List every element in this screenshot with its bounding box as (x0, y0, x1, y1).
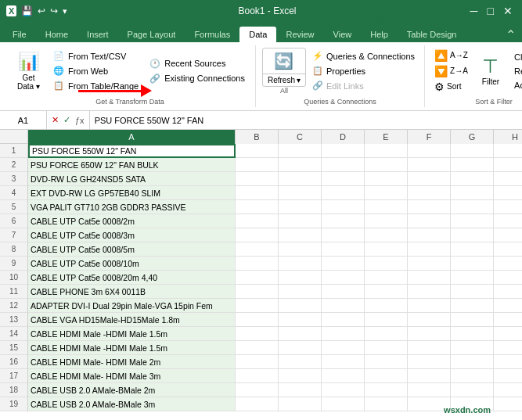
cell-10-G[interactable] (451, 271, 494, 285)
cell-11-D[interactable] (322, 285, 365, 299)
cell-16-B[interactable] (236, 355, 279, 369)
cell-4-D[interactable] (322, 186, 365, 200)
cell-5-B[interactable] (236, 200, 279, 214)
cell-19-C[interactable] (279, 397, 322, 411)
save-icon[interactable]: 💾 (21, 5, 33, 16)
cell-19-D[interactable] (322, 397, 365, 411)
cell-reference[interactable]: A1 (0, 111, 47, 129)
cell-18-G[interactable] (451, 383, 494, 397)
cell-5-A[interactable]: VGA PALIT GT710 2GB GDDR3 PASSIVE (28, 200, 236, 214)
cell-5-G[interactable] (451, 200, 494, 214)
cell-18-E[interactable] (365, 383, 408, 397)
cell-11-F[interactable] (408, 285, 451, 299)
col-header-H[interactable]: H (494, 130, 522, 144)
cell-17-H[interactable] (494, 369, 522, 383)
refresh-button-container[interactable]: 🔄 Refresh ▾ (262, 48, 306, 87)
cell-3-D[interactable] (322, 172, 365, 186)
sort-az-button[interactable]: 🔼 A→Z (431, 48, 471, 63)
cell-17-F[interactable] (408, 369, 451, 383)
cell-15-G[interactable] (451, 341, 494, 355)
cell-13-C[interactable] (279, 313, 322, 327)
cell-8-B[interactable] (236, 242, 279, 257)
cell-4-F[interactable] (408, 186, 451, 200)
cell-8-H[interactable] (494, 242, 522, 257)
cell-15-H[interactable] (494, 341, 522, 355)
cell-16-E[interactable] (365, 355, 408, 369)
cell-16-G[interactable] (451, 355, 494, 369)
cell-16-F[interactable] (408, 355, 451, 369)
cell-16-A[interactable]: CABLE HDMI Male- HDMI Male 2m (28, 355, 236, 369)
cell-13-D[interactable] (322, 313, 365, 327)
cell-1-G[interactable] (451, 144, 494, 158)
cell-14-B[interactable] (236, 327, 279, 341)
cell-10-D[interactable] (322, 271, 365, 285)
cell-1-D[interactable] (322, 144, 365, 158)
cell-3-F[interactable] (408, 172, 451, 186)
sort-za-button[interactable]: 🔽 Z→A (431, 64, 471, 78)
cell-12-F[interactable] (408, 299, 451, 313)
cell-9-C[interactable] (279, 257, 322, 271)
cell-7-C[interactable] (279, 228, 322, 242)
cell-19-B[interactable] (236, 397, 279, 411)
cell-17-G[interactable] (451, 369, 494, 383)
cell-11-G[interactable] (451, 285, 494, 299)
cell-17-D[interactable] (322, 369, 365, 383)
cell-12-B[interactable] (236, 299, 279, 313)
cell-9-D[interactable] (322, 257, 365, 271)
edit-links-button[interactable]: 🔗 Edit Links (309, 79, 418, 92)
cell-10-H[interactable] (494, 271, 522, 285)
cell-10-A[interactable]: CABLE UTP Cat5e 0008/20m 4,40 (28, 271, 236, 285)
sort-button[interactable]: ⚙ Sort (431, 80, 471, 94)
cell-2-F[interactable] (408, 158, 451, 172)
tab-help[interactable]: Help (361, 27, 398, 42)
cell-18-F[interactable] (408, 383, 451, 397)
cell-14-D[interactable] (322, 327, 365, 341)
cell-1-A[interactable]: PSU FORCE 550W 12" FAN (28, 144, 236, 158)
cell-12-E[interactable] (365, 299, 408, 313)
restore-icon[interactable]: □ (484, 5, 497, 17)
tab-formulas[interactable]: Formulas (185, 27, 239, 42)
cell-1-B[interactable] (236, 144, 279, 158)
cell-11-B[interactable] (236, 285, 279, 299)
cell-15-E[interactable] (365, 341, 408, 355)
from-text-csv-button[interactable]: 📄 From Text/CSV (49, 49, 130, 63)
cell-7-A[interactable]: CABLE UTP Cat5e 0008/3m (28, 228, 236, 242)
cell-4-H[interactable] (494, 186, 522, 200)
cell-16-H[interactable] (494, 355, 522, 369)
advanced-button[interactable]: Advanced (510, 79, 522, 92)
cell-9-G[interactable] (451, 257, 494, 271)
tab-file[interactable]: File (3, 27, 36, 42)
cell-18-A[interactable]: CABLE USB 2.0 AMale-BMale 2m (28, 383, 236, 397)
cell-13-H[interactable] (494, 313, 522, 327)
ribbon-collapse-icon[interactable]: ⌃ (506, 27, 519, 42)
cell-10-C[interactable] (279, 271, 322, 285)
cell-15-D[interactable] (322, 341, 365, 355)
cell-6-D[interactable] (322, 214, 365, 228)
cell-5-F[interactable] (408, 200, 451, 214)
tab-table-design[interactable]: Table Design (398, 27, 466, 42)
tab-insert[interactable]: Insert (77, 27, 118, 42)
cell-16-C[interactable] (279, 355, 322, 369)
cell-5-C[interactable] (279, 200, 322, 214)
cell-3-H[interactable] (494, 172, 522, 186)
cell-5-H[interactable] (494, 200, 522, 214)
cell-12-D[interactable] (322, 299, 365, 313)
cell-15-B[interactable] (236, 341, 279, 355)
cell-11-A[interactable]: CABLE PHONE 3m 6X4 0011B (28, 285, 236, 299)
cell-2-G[interactable] (451, 158, 494, 172)
cell-10-B[interactable] (236, 271, 279, 285)
cell-7-F[interactable] (408, 228, 451, 242)
tab-home[interactable]: Home (36, 27, 77, 42)
recent-sources-button[interactable]: 🕐 Recent Sources (146, 57, 229, 70)
cell-13-F[interactable] (408, 313, 451, 327)
cell-6-C[interactable] (279, 214, 322, 228)
cell-15-C[interactable] (279, 341, 322, 355)
cell-14-F[interactable] (408, 327, 451, 341)
cell-9-E[interactable] (365, 257, 408, 271)
cell-4-G[interactable] (451, 186, 494, 200)
cell-6-E[interactable] (365, 214, 408, 228)
col-header-A[interactable]: A (28, 130, 236, 144)
queries-connections-button[interactable]: ⚡ Queries & Connections (309, 49, 418, 63)
redo-icon[interactable]: ↪ (50, 5, 58, 16)
cell-13-G[interactable] (451, 313, 494, 327)
